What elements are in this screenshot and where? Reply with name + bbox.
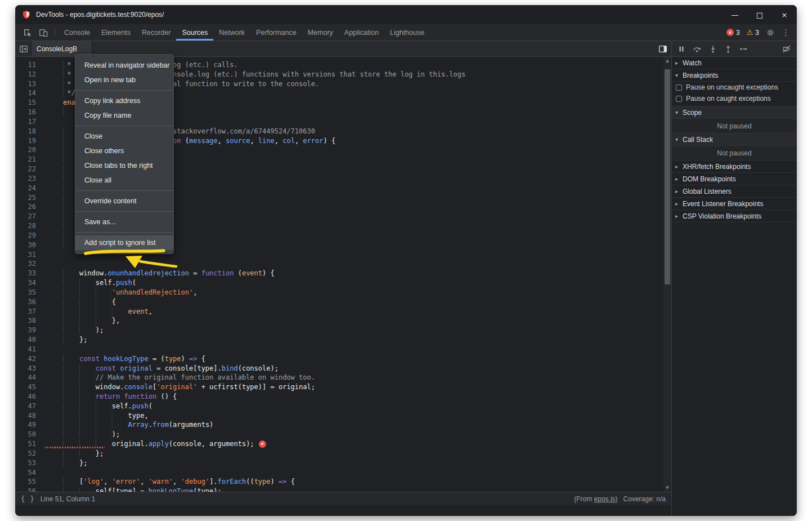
tab-performance[interactable]: Performance — [250, 24, 302, 41]
line-number[interactable]: 11 — [15, 60, 36, 70]
pause-uncaught-checkbox[interactable] — [676, 84, 682, 91]
menu-item-close-others[interactable]: Close others — [75, 144, 173, 158]
menu-item-open-in-new-tab[interactable]: Open in new tab — [75, 73, 173, 87]
scroll-down-icon[interactable]: ▼ — [663, 484, 671, 492]
line-number[interactable]: 41 — [15, 345, 36, 354]
line-number[interactable]: 56 — [15, 487, 36, 492]
line-number[interactable]: 47 — [15, 402, 36, 411]
tab-memory[interactable]: Memory — [302, 24, 339, 41]
line-number[interactable]: 54 — [15, 468, 36, 478]
menu-item-save-as[interactable]: Save as... — [75, 215, 173, 229]
line-number[interactable]: 43 — [15, 364, 36, 373]
tab-network[interactable]: Network — [213, 24, 250, 41]
minimize-button[interactable]: — — [723, 5, 747, 24]
section-breakpoints[interactable]: ▾ Breakpoints — [672, 69, 797, 82]
line-number[interactable]: 50 — [15, 430, 36, 439]
section-watch[interactable]: ▸ Watch — [672, 57, 797, 69]
scroll-up-icon[interactable]: ▲ — [663, 57, 671, 65]
line-number[interactable]: 39 — [15, 326, 36, 335]
line-number[interactable]: 49 — [15, 420, 36, 430]
device-toolbar-icon[interactable] — [35, 24, 51, 41]
step-icon[interactable] — [739, 45, 748, 53]
tab-recorder[interactable]: Recorder — [136, 24, 176, 41]
line-number[interactable]: 36 — [15, 297, 36, 307]
line-number[interactable]: 13 — [15, 79, 36, 89]
line-number[interactable]: 22 — [15, 164, 36, 174]
close-button[interactable]: × — [772, 5, 797, 24]
line-number[interactable]: 40 — [15, 335, 36, 345]
line-number[interactable]: 18 — [15, 127, 36, 136]
source-file-link[interactable]: epos.js — [594, 495, 616, 503]
maximize-button[interactable]: □ — [747, 5, 772, 24]
line-number[interactable]: 42 — [15, 354, 36, 364]
tab-lighthouse[interactable]: Lighthouse — [384, 24, 430, 41]
pause-uncaught-row[interactable]: Pause on uncaught exceptions — [672, 82, 797, 93]
line-number[interactable]: 53 — [15, 458, 36, 468]
line-number[interactable]: 51 — [15, 439, 36, 449]
settings-gear-icon[interactable] — [766, 28, 775, 37]
section-global-listeners[interactable]: ▸Global Listeners — [672, 185, 797, 198]
line-number[interactable]: 38 — [15, 316, 36, 326]
line-number[interactable]: 12 — [15, 70, 36, 79]
warning-badge[interactable]: ⚠ 3 — [747, 29, 759, 37]
line-number[interactable]: 23 — [15, 174, 36, 184]
line-number[interactable]: 21 — [15, 155, 36, 164]
line-number[interactable]: 16 — [15, 108, 36, 117]
show-navigator-icon[interactable] — [15, 41, 32, 56]
tab-elements[interactable]: Elements — [96, 24, 136, 41]
step-into-icon[interactable] — [709, 45, 717, 53]
line-number[interactable]: 26 — [15, 202, 36, 212]
tab-sources[interactable]: Sources — [176, 24, 213, 41]
line-number[interactable]: 55 — [15, 477, 36, 487]
line-number[interactable]: 48 — [15, 411, 36, 421]
section-event-listener-breakpoints[interactable]: ▸Event Listener Breakpoints — [672, 198, 797, 210]
pause-script-icon[interactable] — [678, 45, 685, 53]
line-number[interactable]: 37 — [15, 307, 36, 317]
section-dom-breakpoints[interactable]: ▸DOM Breakpoints — [672, 173, 797, 185]
menu-item-close[interactable]: Close — [75, 129, 173, 144]
inspect-element-icon[interactable] — [20, 24, 35, 41]
line-number[interactable]: 34 — [15, 278, 36, 288]
kebab-menu-icon[interactable]: ⋮ — [782, 28, 790, 38]
deactivate-breakpoints-icon[interactable] — [782, 44, 791, 54]
step-over-icon[interactable] — [693, 45, 702, 53]
line-number[interactable]: 30 — [15, 241, 36, 250]
line-number[interactable]: 25 — [15, 193, 36, 203]
section-xhr-fetch-breakpoints[interactable]: ▸XHR/fetch Breakpoints — [672, 161, 797, 173]
tab-console[interactable]: Console — [59, 24, 96, 41]
line-number[interactable]: 29 — [15, 231, 36, 241]
section-call-stack[interactable]: ▾ Call Stack — [672, 133, 797, 146]
section-scope[interactable]: ▾ Scope — [672, 106, 797, 119]
line-number[interactable]: 35 — [15, 288, 36, 297]
menu-item-copy-link-address[interactable]: Copy link address — [75, 93, 173, 108]
menu-item-copy-file-name[interactable]: Copy file name — [75, 108, 173, 123]
tab-application[interactable]: Application — [339, 24, 384, 41]
line-number[interactable]: 15 — [15, 98, 36, 108]
inline-error-icon[interactable]: × — [259, 440, 266, 448]
line-number[interactable]: 24 — [15, 184, 36, 193]
line-number[interactable]: 20 — [15, 145, 36, 155]
line-number[interactable]: 46 — [15, 392, 36, 402]
menu-item-reveal-in-navigator-sidebar[interactable]: Reveal in navigator sidebar — [75, 58, 173, 73]
line-number[interactable]: 45 — [15, 382, 36, 392]
menu-item-add-script-to-ignore-list[interactable]: Add script to ignore list — [75, 235, 173, 250]
step-out-icon[interactable] — [724, 45, 732, 53]
editor-scrollbar[interactable]: ▲ ▼ — [663, 57, 671, 492]
line-number[interactable]: 17 — [15, 117, 36, 127]
toggle-debugger-sidebar-icon[interactable] — [654, 41, 671, 56]
pretty-print-icon[interactable]: { } — [21, 495, 35, 503]
menu-item-close-tabs-to-the-right[interactable]: Close tabs to the right — [75, 158, 173, 173]
line-number[interactable]: 27 — [15, 212, 36, 221]
line-number[interactable]: 31 — [15, 250, 36, 260]
pause-caught-row[interactable]: Pause on caught exceptions — [672, 93, 797, 104]
line-number[interactable]: 52 — [15, 449, 36, 458]
line-number[interactable]: 33 — [15, 269, 36, 278]
line-number[interactable]: 44 — [15, 373, 36, 382]
line-number[interactable]: 32 — [15, 259, 36, 269]
scrollbar-thumb[interactable] — [665, 69, 670, 284]
menu-item-override-content[interactable]: Override content — [75, 194, 173, 208]
section-csp-violation-breakpoints[interactable]: ▸CSP Violation Breakpoints — [672, 210, 797, 222]
line-number[interactable]: 14 — [15, 88, 36, 98]
line-number[interactable]: 19 — [15, 136, 36, 146]
line-number[interactable]: 28 — [15, 221, 36, 231]
